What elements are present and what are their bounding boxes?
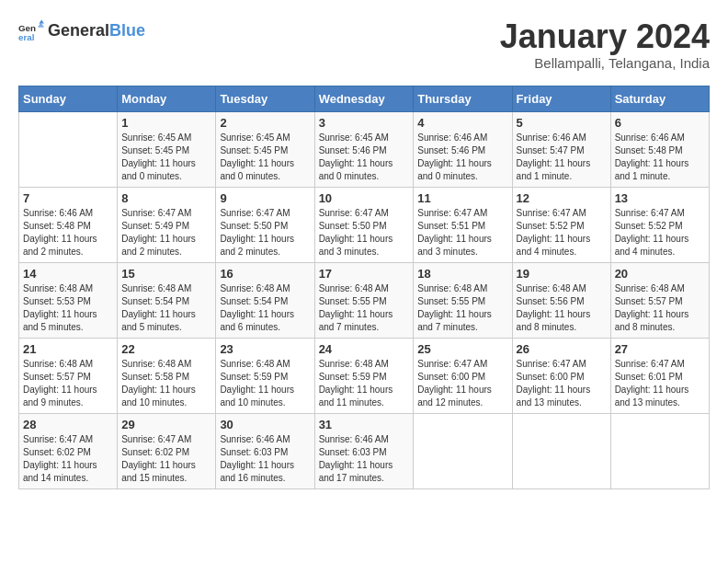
header-thursday: Thursday [414, 86, 512, 111]
calendar-cell: 1Sunrise: 6:45 AMSunset: 5:45 PMDaylight… [118, 111, 216, 187]
day-number: 24 [319, 342, 410, 356]
day-info: Sunrise: 6:46 AMSunset: 5:47 PMDaylight:… [517, 132, 607, 183]
day-info: Sunrise: 6:46 AMSunset: 6:03 PMDaylight:… [319, 433, 410, 485]
day-info: Sunrise: 6:48 AMSunset: 5:58 PMDaylight:… [121, 358, 211, 409]
calendar-cell: 19Sunrise: 6:48 AMSunset: 5:56 PMDayligh… [512, 262, 610, 338]
header-sunday: Sunday [19, 86, 118, 111]
calendar-cell: 6Sunrise: 6:46 AMSunset: 5:48 PMDaylight… [610, 111, 709, 187]
day-info: Sunrise: 6:47 AMSunset: 5:51 PMDaylight:… [417, 207, 507, 259]
day-number: 8 [121, 191, 211, 205]
day-number: 20 [615, 267, 705, 281]
day-number: 1 [121, 116, 211, 130]
week-row-1: 7Sunrise: 6:46 AMSunset: 5:48 PMDaylight… [19, 187, 710, 262]
logo-blue: Blue [109, 21, 145, 40]
day-info: Sunrise: 6:47 AMSunset: 5:52 PMDaylight:… [615, 207, 705, 259]
day-info: Sunrise: 6:48 AMSunset: 5:57 PMDaylight:… [23, 358, 113, 409]
calendar-cell: 30Sunrise: 6:46 AMSunset: 6:03 PMDayligh… [216, 413, 314, 488]
calendar-cell [19, 111, 118, 187]
day-number: 3 [319, 116, 410, 130]
calendar-cell [512, 413, 610, 488]
day-info: Sunrise: 6:46 AMSunset: 5:46 PMDaylight:… [417, 132, 507, 183]
day-info: Sunrise: 6:45 AMSunset: 5:45 PMDaylight:… [121, 132, 211, 183]
svg-marker-2 [39, 19, 44, 23]
calendar-cell: 31Sunrise: 6:46 AMSunset: 6:03 PMDayligh… [314, 413, 414, 488]
calendar-cell: 3Sunrise: 6:45 AMSunset: 5:46 PMDaylight… [314, 111, 414, 187]
day-number: 31 [319, 418, 410, 431]
day-info: Sunrise: 6:47 AMSunset: 6:02 PMDaylight:… [23, 433, 113, 485]
header-friday: Friday [512, 86, 610, 111]
day-info: Sunrise: 6:48 AMSunset: 5:55 PMDaylight:… [417, 282, 507, 334]
svg-text:eral: eral [18, 32, 35, 42]
location: Bellampalli, Telangana, India [500, 55, 710, 71]
day-number: 4 [417, 116, 507, 130]
day-info: Sunrise: 6:48 AMSunset: 5:56 PMDaylight:… [517, 282, 607, 334]
week-row-0: 1Sunrise: 6:45 AMSunset: 5:45 PMDaylight… [19, 111, 710, 187]
day-number: 10 [319, 191, 410, 205]
day-info: Sunrise: 6:47 AMSunset: 6:00 PMDaylight:… [517, 358, 607, 409]
week-row-4: 28Sunrise: 6:47 AMSunset: 6:02 PMDayligh… [19, 413, 710, 488]
calendar-cell: 12Sunrise: 6:47 AMSunset: 5:52 PMDayligh… [512, 187, 610, 262]
day-info: Sunrise: 6:48 AMSunset: 5:55 PMDaylight:… [319, 282, 410, 334]
day-info: Sunrise: 6:46 AMSunset: 5:48 PMDaylight:… [23, 207, 113, 259]
logo-general: General [48, 21, 109, 40]
day-number: 16 [220, 267, 310, 281]
logo: Gen eral GeneralBlue [18, 18, 145, 44]
day-info: Sunrise: 6:48 AMSunset: 5:54 PMDaylight:… [220, 282, 310, 334]
day-info: Sunrise: 6:48 AMSunset: 5:59 PMDaylight:… [319, 358, 410, 409]
calendar-cell [610, 413, 709, 488]
day-number: 15 [121, 267, 211, 281]
day-number: 2 [220, 116, 310, 130]
day-number: 17 [319, 267, 410, 281]
header-tuesday: Tuesday [216, 86, 314, 111]
header-row: SundayMondayTuesdayWednesdayThursdayFrid… [19, 86, 710, 111]
calendar-cell [414, 413, 512, 488]
calendar-cell: 16Sunrise: 6:48 AMSunset: 5:54 PMDayligh… [216, 262, 314, 338]
calendar-cell: 24Sunrise: 6:48 AMSunset: 5:59 PMDayligh… [314, 338, 414, 413]
day-number: 22 [121, 342, 211, 356]
calendar-cell: 18Sunrise: 6:48 AMSunset: 5:55 PMDayligh… [414, 262, 512, 338]
calendar-cell: 27Sunrise: 6:47 AMSunset: 6:01 PMDayligh… [610, 338, 709, 413]
week-row-3: 21Sunrise: 6:48 AMSunset: 5:57 PMDayligh… [19, 338, 710, 413]
calendar-cell: 7Sunrise: 6:46 AMSunset: 5:48 PMDaylight… [19, 187, 118, 262]
calendar-cell: 17Sunrise: 6:48 AMSunset: 5:55 PMDayligh… [314, 262, 414, 338]
calendar-cell: 9Sunrise: 6:47 AMSunset: 5:50 PMDaylight… [216, 187, 314, 262]
day-info: Sunrise: 6:48 AMSunset: 5:59 PMDaylight:… [220, 358, 310, 409]
day-number: 28 [23, 418, 113, 431]
day-number: 21 [23, 342, 113, 356]
day-number: 19 [517, 267, 607, 281]
calendar-cell: 23Sunrise: 6:48 AMSunset: 5:59 PMDayligh… [216, 338, 314, 413]
calendar-cell: 4Sunrise: 6:46 AMSunset: 5:46 PMDaylight… [414, 111, 512, 187]
calendar-cell: 20Sunrise: 6:48 AMSunset: 5:57 PMDayligh… [610, 262, 709, 338]
day-info: Sunrise: 6:48 AMSunset: 5:53 PMDaylight:… [23, 282, 113, 334]
calendar-cell: 11Sunrise: 6:47 AMSunset: 5:51 PMDayligh… [414, 187, 512, 262]
month-title: January 2024 [500, 18, 710, 55]
header-monday: Monday [118, 86, 216, 111]
page-header: Gen eral GeneralBlue January 2024 Bellam… [18, 18, 710, 71]
day-number: 23 [220, 342, 310, 356]
day-number: 26 [517, 342, 607, 356]
day-info: Sunrise: 6:48 AMSunset: 5:54 PMDaylight:… [121, 282, 211, 334]
calendar-cell: 28Sunrise: 6:47 AMSunset: 6:02 PMDayligh… [19, 413, 118, 488]
day-info: Sunrise: 6:47 AMSunset: 5:50 PMDaylight:… [319, 207, 410, 259]
day-info: Sunrise: 6:47 AMSunset: 6:02 PMDaylight:… [121, 433, 211, 485]
day-info: Sunrise: 6:45 AMSunset: 5:45 PMDaylight:… [220, 132, 310, 183]
day-number: 7 [23, 191, 113, 205]
day-number: 11 [417, 191, 507, 205]
calendar-cell: 25Sunrise: 6:47 AMSunset: 6:00 PMDayligh… [414, 338, 512, 413]
header-saturday: Saturday [610, 86, 709, 111]
calendar-cell: 29Sunrise: 6:47 AMSunset: 6:02 PMDayligh… [118, 413, 216, 488]
day-number: 27 [615, 342, 705, 356]
day-info: Sunrise: 6:46 AMSunset: 6:03 PMDaylight:… [220, 433, 310, 485]
calendar-cell: 26Sunrise: 6:47 AMSunset: 6:00 PMDayligh… [512, 338, 610, 413]
calendar-cell: 10Sunrise: 6:47 AMSunset: 5:50 PMDayligh… [314, 187, 414, 262]
week-row-2: 14Sunrise: 6:48 AMSunset: 5:53 PMDayligh… [19, 262, 710, 338]
day-number: 9 [220, 191, 310, 205]
day-info: Sunrise: 6:47 AMSunset: 5:52 PMDaylight:… [517, 207, 607, 259]
title-block: January 2024 Bellampalli, Telangana, Ind… [500, 18, 710, 71]
day-number: 18 [417, 267, 507, 281]
calendar-cell: 5Sunrise: 6:46 AMSunset: 5:47 PMDaylight… [512, 111, 610, 187]
day-number: 5 [517, 116, 607, 130]
day-info: Sunrise: 6:45 AMSunset: 5:46 PMDaylight:… [319, 132, 410, 183]
day-info: Sunrise: 6:48 AMSunset: 5:57 PMDaylight:… [615, 282, 705, 334]
day-info: Sunrise: 6:47 AMSunset: 5:50 PMDaylight:… [220, 207, 310, 259]
